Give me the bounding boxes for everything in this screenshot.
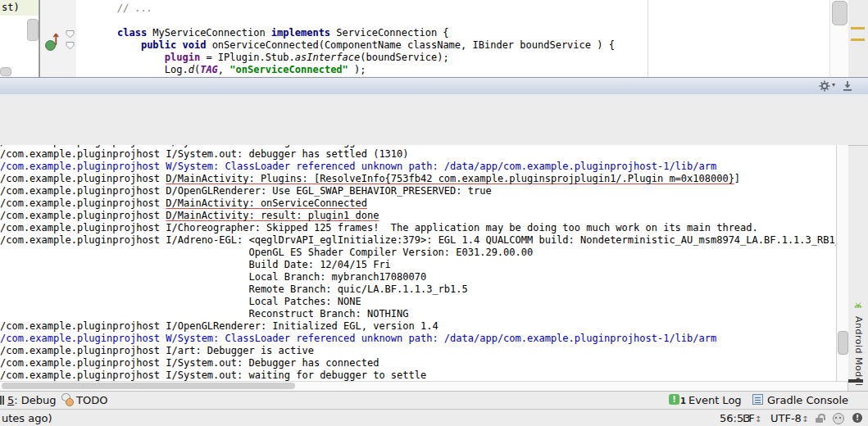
todo-icon — [61, 393, 74, 406]
monitor-toolbar-devices: ▾ com.example.pluginprojhost (29508) ▾ — [0, 94, 868, 120]
logcat-horizontal-scrollbar-thumb[interactable] — [2, 383, 295, 389]
status-bar: utes ago) 56:53 LF↕ UTF-8↕ ! — [0, 409, 868, 426]
splitter-grip[interactable] — [848, 379, 863, 383]
line-ending-selector[interactable]: LF↕ — [743, 412, 761, 424]
editor-gutter: ↑ — [40, 0, 76, 77]
event-log-badge: 1 — [680, 397, 686, 406]
log-line[interactable]: Remote Branch: quic/LA.BF.1.1.3_rb1.5 — [0, 283, 836, 296]
unlock-icon[interactable] — [816, 414, 824, 424]
log-line[interactable]: /com.example.pluginprojhost I/art: Debug… — [0, 345, 836, 357]
fold-marker-icon[interactable] — [66, 29, 75, 37]
toolwindow-button-debug[interactable]: 5: Debug — [7, 394, 57, 406]
toolwindow-button-gradle-console[interactable]: Gradle Console — [767, 394, 848, 406]
log-line[interactable]: /com.example.pluginprojhost I/System.out… — [0, 148, 836, 161]
log-line[interactable]: /com.example.pluginprojhost I/Choreograp… — [0, 222, 836, 234]
log-line[interactable]: /com.example.pluginprojhost D/OpenGLRend… — [0, 185, 836, 197]
override-arrow-icon[interactable]: ↑ — [51, 30, 61, 49]
log-line[interactable]: /com.example.pluginprojhost I/OpenGLRend… — [0, 320, 836, 333]
toolwindow-button-event-log[interactable]: Event Log — [688, 394, 742, 406]
log-lines: /com.example.pluginprojhost I/System.out… — [0, 145, 836, 381]
log-line[interactable]: OpenGL ES Shader Compiler Version: E031.… — [0, 247, 836, 259]
debug-icon — [0, 396, 5, 405]
status-message: utes ago) — [2, 412, 52, 424]
encoding-selector[interactable]: UTF-8↕ — [770, 412, 808, 424]
hide-panel-icon[interactable] — [842, 80, 853, 94]
monitor-toolbar-filters: Verbose ▾ ▾ ✓ Regex Show only selected a… — [0, 120, 868, 146]
log-line[interactable]: /com.example.pluginprojhost D/MainActivi… — [0, 173, 836, 185]
log-line[interactable]: Local Branch: mybranch17080070 — [0, 271, 836, 283]
log-line[interactable]: /com.example.pluginprojhost I/System.out… — [0, 357, 836, 369]
event-log-icon: ! — [669, 394, 679, 405]
log-line[interactable]: Build Date: 12/04/15 Fri — [0, 259, 836, 271]
log-line[interactable]: /com.example.pluginprojhost D/MainActivi… — [0, 210, 836, 222]
code-lines: // ... class MyServiceConnection impleme… — [76, 2, 829, 76]
log-line[interactable]: /com.example.pluginprojhost W/System: Cl… — [0, 161, 836, 173]
code-line: class MyServiceConnection implements Ser… — [117, 27, 829, 39]
fragment-vertical-scrollbar[interactable] — [27, 19, 39, 41]
inspector-icon[interactable] — [833, 413, 844, 424]
error-stripe-mark[interactable] — [851, 39, 865, 41]
log-line[interactable]: /com.example.pluginprojhost W/System: Cl… — [0, 333, 836, 345]
fold-marker-icon[interactable] — [66, 40, 75, 48]
code-line: public void onServiceConnected(Component… — [117, 39, 829, 52]
highlighted-line: st) — [0, 0, 39, 16]
tool-window-header: ▾ — [0, 77, 868, 95]
code-line: plugin = IPlugin.Stub.asInterface(boundS… — [117, 52, 829, 64]
gear-dropdown-caret[interactable]: ▾ — [832, 81, 835, 88]
code-line — [117, 15, 829, 27]
gradle-console-icon — [752, 394, 763, 405]
fragment-horizontal-scrollbar[interactable] — [0, 67, 11, 76]
error-stripe-mark[interactable] — [851, 27, 865, 29]
log-line[interactable]: /com.example.pluginprojhost I/System.out… — [0, 369, 836, 381]
android-icon — [853, 301, 868, 314]
android-model-tab-label: Android Model — [853, 316, 864, 387]
log-line[interactable]: /com.example.pluginprojhost I/Adreno-EGL… — [0, 234, 836, 247]
log-line[interactable]: /com.example.pluginprojhost D/MainActivi… — [0, 197, 836, 210]
error-notification-icon[interactable]: ! — [852, 413, 862, 423]
logcat-vertical-scrollbar[interactable] — [836, 145, 848, 381]
logcat-output[interactable]: /com.example.pluginprojhost I/System.out… — [0, 145, 836, 381]
log-line[interactable]: Reconstruct Branch: NOTHING — [0, 308, 836, 320]
editor-scrollbar-track[interactable] — [829, 0, 848, 77]
android-studio-window: Android Model st) ↑ // ... class MyServi… — [0, 0, 868, 426]
right-tool-strip: Android Model — [848, 0, 868, 391]
toolwindow-button-todo[interactable]: TODO — [76, 394, 107, 406]
log-line[interactable]: Local Patches: NONE — [0, 296, 836, 308]
tab-android-model[interactable]: Android Model — [850, 301, 868, 387]
editor-scrollbar-thumb[interactable] — [832, 1, 848, 25]
code-line: Log.d(TAG, "onServiceConnected" ); — [117, 64, 829, 76]
tool-window-bar: 5: Debug TODO ! 1 Event Log Gradle Conso… — [0, 391, 868, 409]
gear-icon[interactable] — [819, 80, 830, 94]
logcat-horizontal-scrollbar[interactable] — [0, 381, 848, 391]
left-panel-fragment: st) — [0, 0, 39, 77]
fragment-code-text: st) — [2, 2, 20, 13]
code-line: // ... — [117, 2, 829, 15]
logcat-vertical-scrollbar-thumb[interactable] — [838, 331, 848, 355]
code-editor[interactable]: // ... class MyServiceConnection impleme… — [76, 0, 829, 77]
